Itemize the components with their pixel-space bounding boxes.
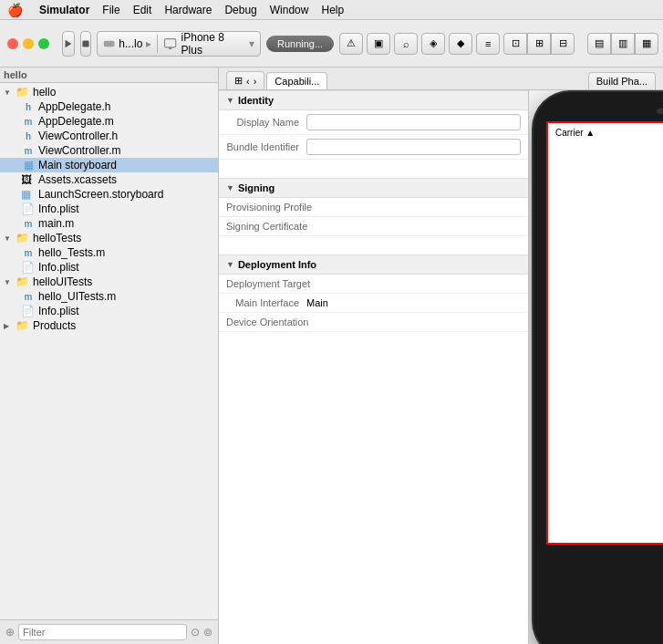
tab-arrow-next[interactable]: › bbox=[254, 76, 257, 87]
debug-panel-btn[interactable]: ▥ bbox=[611, 33, 635, 55]
sidebar-item-uitests-info-plist[interactable]: 📄 Info.plist bbox=[0, 304, 218, 318]
main-content: hello ▼ 📁 hello h AppDelegate.h m AppDel… bbox=[0, 68, 663, 644]
sidebar-item-viewcontroller-m[interactable]: m ViewController.m bbox=[0, 143, 218, 158]
m-file-icon: m bbox=[21, 146, 36, 156]
status-area: Running... bbox=[266, 36, 334, 52]
standard-editor-btn[interactable]: ⊡ bbox=[503, 33, 527, 55]
stop-button[interactable] bbox=[80, 31, 91, 57]
svg-marker-0 bbox=[66, 39, 72, 47]
identity-toggle[interactable]: ▼ bbox=[226, 96, 234, 105]
sidebar-item-hellouitests-folder[interactable]: ▼ 📁 helloUITests bbox=[0, 275, 218, 289]
svg-rect-2 bbox=[104, 40, 115, 47]
traffic-lights bbox=[7, 38, 49, 49]
sidebar-item-info-plist[interactable]: 📄 Info.plist bbox=[0, 202, 218, 216]
display-name-row: Display Name bbox=[219, 110, 528, 135]
signing-toggle[interactable]: ▼ bbox=[226, 183, 234, 192]
sidebar-item-products-folder[interactable]: ▶ 📁 Products bbox=[0, 318, 218, 333]
assistant-editor-btn[interactable]: ⊞ bbox=[527, 33, 551, 55]
sidebar-item-appdelegate-h[interactable]: h AppDelegate.h bbox=[0, 99, 218, 114]
minimize-button[interactable] bbox=[23, 38, 34, 49]
m-file-icon: m bbox=[21, 219, 36, 229]
menu-simulator[interactable]: Simulator bbox=[39, 4, 89, 16]
sidebar-label: main.m bbox=[38, 217, 74, 230]
environment-icon[interactable]: ◈ bbox=[421, 33, 445, 55]
tab-arrow-prev[interactable]: ‹ bbox=[246, 76, 250, 87]
folder-arrow: ▶ bbox=[4, 322, 13, 330]
status-badge: Running... bbox=[266, 36, 334, 52]
m-file-icon: m bbox=[21, 117, 36, 127]
sidebar-label: hello_UITests.m bbox=[38, 290, 116, 303]
version-editor-btn[interactable]: ⊟ bbox=[551, 33, 575, 55]
source-icon[interactable]: ≡ bbox=[476, 33, 500, 55]
simulator-window: Carrier ▲ 3:10 AM ■■■ bbox=[534, 92, 663, 644]
identity-section-header: ▼ Identity bbox=[219, 90, 528, 110]
sidebar-label: helloTests bbox=[33, 232, 81, 244]
find-icon[interactable]: ⌕ bbox=[394, 33, 418, 55]
iphone-frame: Carrier ▲ 3:10 AM ■■■ bbox=[534, 92, 663, 644]
sidebar-item-hello-uitests-m[interactable]: m hello_UITests.m bbox=[0, 289, 218, 304]
sidebar-tree: ▼ 📁 hello h AppDelegate.h m AppDelegate.… bbox=[0, 83, 218, 619]
sidebar-item-hello-tests-m[interactable]: m hello_Tests.m bbox=[0, 245, 218, 260]
warning-icon[interactable]: ⚠ bbox=[339, 33, 363, 55]
run-button[interactable] bbox=[62, 31, 75, 57]
inspector-left-panel: ▼ Identity Display Name Bundle Identifie… bbox=[219, 90, 529, 644]
svg-rect-1 bbox=[82, 40, 88, 47]
sidebar-item-hello-folder[interactable]: ▼ 📁 hello bbox=[0, 85, 218, 99]
close-button[interactable] bbox=[7, 38, 18, 49]
sidebar-label: Main storyboard bbox=[38, 159, 117, 171]
folder-icon: 📁 bbox=[16, 319, 30, 332]
identity-label: Identity bbox=[238, 95, 274, 106]
folder-icon: 📁 bbox=[16, 232, 30, 244]
maximize-button[interactable] bbox=[38, 38, 49, 49]
tab-capabilities[interactable]: Capabili... bbox=[266, 72, 327, 89]
svg-rect-3 bbox=[165, 38, 176, 47]
menu-help[interactable]: Help bbox=[321, 4, 344, 16]
navigator-panel-btn[interactable]: ▤ bbox=[587, 33, 611, 55]
apple-menu[interactable]: 🍎 bbox=[7, 3, 23, 17]
sidebar-item-appdelegate-m[interactable]: m AppDelegate.m bbox=[0, 114, 218, 129]
sidebar-label: AppDelegate.m bbox=[38, 115, 114, 128]
deployment-toggle[interactable]: ▼ bbox=[226, 260, 234, 269]
scheme-name: h...lo bbox=[119, 37, 142, 50]
menu-window[interactable]: Window bbox=[270, 4, 309, 16]
m-file-icon: m bbox=[21, 292, 36, 302]
main-toolbar: h...lo ▸ iPhone 8 Plus ▾ Running... ⚠ ▣ … bbox=[0, 20, 663, 68]
sidebar-label: LaunchScreen.storyboard bbox=[38, 188, 163, 201]
sidebar-item-main-m[interactable]: m main.m bbox=[0, 216, 218, 231]
sidebar-item-tests-info-plist[interactable]: 📄 Info.plist bbox=[0, 260, 218, 275]
toolbar-right: ⚠ ▣ ⌕ ◈ ◆ ≡ ⊡ ⊞ ⊟ ▤ ▥ ▦ bbox=[339, 33, 658, 55]
tab-build-phases[interactable]: Build Pha... bbox=[588, 72, 656, 89]
sidebar-filter-bar: ⊕ ⊙ ⊚ bbox=[0, 619, 218, 644]
folder-arrow: ▼ bbox=[4, 278, 13, 286]
sidebar-label: helloUITests bbox=[33, 275, 92, 288]
ios-status-bar: Carrier ▲ 3:10 AM ■■■ bbox=[548, 123, 663, 141]
bundle-id-input[interactable] bbox=[306, 139, 521, 155]
sidebar-item-hellotests-folder[interactable]: ▼ 📁 helloTests bbox=[0, 231, 218, 245]
filter-options-icon[interactable]: ⊙ bbox=[191, 626, 200, 639]
deployment-target-row: Deployment Target bbox=[219, 275, 528, 294]
main-interface-value: Main bbox=[306, 297, 521, 308]
inspector-panel-btn[interactable]: ▦ bbox=[635, 33, 658, 55]
sidebar-header: hello bbox=[0, 68, 218, 83]
scheme-selector[interactable]: h...lo ▸ iPhone 8 Plus ▾ bbox=[97, 31, 261, 57]
breakpoint-icon[interactable]: ◆ bbox=[449, 33, 472, 55]
sidebar-item-main-storyboard[interactable]: ▦ Main storyboard bbox=[0, 158, 218, 172]
inspector-right-panel: Carrier ▲ 3:10 AM ■■■ bbox=[529, 90, 663, 644]
menu-file[interactable]: File bbox=[102, 4, 119, 16]
iphone-screen: Carrier ▲ 3:10 AM ■■■ bbox=[548, 123, 663, 543]
filter-input[interactable] bbox=[18, 624, 187, 640]
filter-sort-icon[interactable]: ⊚ bbox=[203, 626, 212, 639]
menu-edit[interactable]: Edit bbox=[133, 4, 152, 16]
plist-icon: 📄 bbox=[21, 305, 36, 317]
sidebar-item-launchscreen[interactable]: ▦ LaunchScreen.storyboard bbox=[0, 187, 218, 202]
wifi-icon: ▲ bbox=[585, 128, 595, 138]
iphone-speaker bbox=[657, 109, 663, 114]
signing-label: Signing bbox=[238, 182, 275, 193]
panel-toggle-group: ▤ ▥ ▦ bbox=[587, 33, 658, 55]
sidebar-item-assets[interactable]: 🖼 Assets.xcassets bbox=[0, 172, 218, 187]
menu-hardware[interactable]: Hardware bbox=[164, 4, 212, 16]
sidebar-item-viewcontroller-h[interactable]: h ViewController.h bbox=[0, 129, 218, 143]
memory-icon[interactable]: ▣ bbox=[367, 33, 390, 55]
menu-debug[interactable]: Debug bbox=[224, 4, 256, 16]
display-name-input[interactable] bbox=[306, 114, 521, 130]
